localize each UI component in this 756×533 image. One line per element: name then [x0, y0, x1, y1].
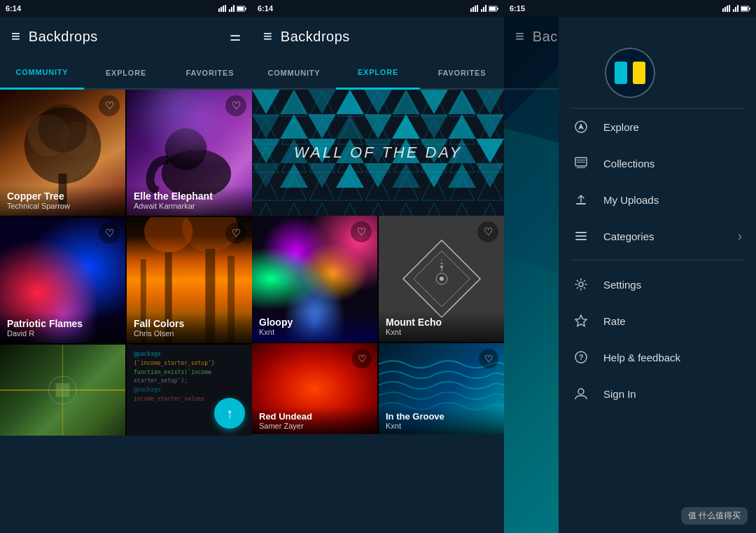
- svg-rect-0: [218, 8, 220, 12]
- svg-point-90: [440, 277, 444, 281]
- wall-item-red-undead[interactable]: Red Undead Samer Zayer ♡: [252, 343, 377, 434]
- wall-of-the-day[interactable]: WALL OF THE DAY: [252, 90, 504, 216]
- svg-rect-112: [575, 232, 587, 233]
- wall-author: Samer Zayer: [259, 422, 370, 430]
- svg-rect-20: [722, 8, 724, 12]
- svg-rect-14: [481, 9, 482, 12]
- svg-rect-2: [223, 6, 224, 12]
- menu-label-explore: Explore: [603, 121, 742, 133]
- wall-author: Kxnt: [259, 328, 370, 336]
- status-bar-middle: 6:14: [252, 0, 504, 17]
- menu-item-explore[interactable]: Explore: [559, 109, 756, 145]
- svg-rect-102: [615, 62, 627, 84]
- aerial-svg: [0, 345, 125, 436]
- svg-text:?: ?: [579, 353, 584, 361]
- tab-favorites-left[interactable]: FAVORITES: [168, 56, 252, 90]
- heart-btn-gloopy[interactable]: ♡: [351, 221, 372, 242]
- mount-echo-symbol: [400, 237, 484, 321]
- wall-item-gloopy[interactable]: Gloopy Kxnt ♡: [252, 216, 377, 342]
- help-icon: ?: [573, 349, 589, 366]
- signin-icon: [573, 385, 589, 402]
- tab-favorites-mid[interactable]: FAVORITES: [420, 56, 504, 90]
- filter-icon-left[interactable]: ⚌: [230, 29, 241, 44]
- wall-title: Fall Colors: [134, 318, 245, 329]
- middle-content: WALL OF THE DAY Gloopy Kxnt ♡: [252, 90, 504, 434]
- hamburger-icon-left[interactable]: ≡: [11, 27, 20, 46]
- svg-rect-108: [577, 160, 585, 160]
- time-right: 6:15: [510, 4, 525, 13]
- menu-item-help[interactable]: ? Help & feedback: [559, 339, 756, 375]
- wall-author: Chris Olsen: [134, 329, 245, 338]
- svg-rect-13: [477, 5, 478, 12]
- menu-avatar-container: [605, 48, 655, 98]
- time-left: 6:14: [6, 4, 21, 13]
- tab-community-left[interactable]: COMMUNITY: [0, 56, 84, 90]
- svg-rect-113: [575, 235, 587, 237]
- tab-community-mid[interactable]: COMMUNITY: [252, 56, 336, 90]
- menu-item-categories[interactable]: Categories ›: [559, 218, 756, 254]
- wall-info-groove: In the Groove Kxnt: [379, 407, 504, 434]
- wall-item-fall[interactable]: Fall Colors Chris Olsen ♡: [127, 217, 252, 343]
- menu-panel: Explore Collections My Uploads: [559, 17, 756, 533]
- wall-item-copper-tree[interactable]: Copper Tree Technical Sparrow ♡: [0, 90, 125, 216]
- svg-rect-23: [729, 5, 730, 12]
- svg-rect-12: [475, 6, 476, 12]
- svg-rect-26: [737, 5, 738, 12]
- svg-point-94: [441, 259, 442, 261]
- heart-btn-mount[interactable]: ♡: [477, 221, 498, 242]
- upload-fab[interactable]: ↑: [214, 398, 245, 429]
- wall-item-code[interactable]: @package {'income_starter_setup'} functi…: [127, 345, 252, 436]
- svg-rect-18: [497, 8, 498, 10]
- svg-rect-28: [749, 8, 750, 10]
- wall-item-mount-echo[interactable]: Mount Echo Kxnt ♡: [379, 216, 504, 342]
- hamburger-icon-middle[interactable]: ≡: [263, 27, 272, 46]
- app-header-left: ≡ Backdrops ⚌: [0, 17, 252, 56]
- wall-author: Kxnt: [386, 328, 497, 336]
- explore-nav-icon: [573, 118, 589, 135]
- wall-item-aerial[interactable]: [0, 345, 125, 436]
- wall-title: In the Groove: [386, 411, 497, 422]
- signal-icon-right: [733, 5, 738, 12]
- menu-item-settings[interactable]: Settings: [559, 266, 756, 303]
- svg-rect-6: [233, 5, 234, 12]
- menu-item-rate[interactable]: Rate: [559, 303, 756, 339]
- svg-rect-29: [741, 7, 748, 11]
- status-bar-right: 6:15: [504, 0, 756, 17]
- heart-btn-patriotic[interactable]: ♡: [99, 223, 120, 244]
- menu-item-collections[interactable]: Collections: [559, 145, 756, 181]
- wall-item-elephant[interactable]: Elle the Elephant Adwait Karmarkar ♡: [127, 90, 252, 216]
- tab-explore-left[interactable]: EXPLORE: [84, 56, 168, 90]
- heart-btn-elephant[interactable]: ♡: [225, 95, 246, 116]
- svg-rect-3: [225, 5, 226, 12]
- signal-icon: [229, 5, 234, 12]
- heart-btn-fall[interactable]: ♡: [225, 223, 246, 244]
- battery-icon-right: [741, 5, 750, 12]
- menu-item-signin[interactable]: Sign In: [559, 375, 756, 412]
- heart-btn-groove[interactable]: ♡: [479, 349, 498, 368]
- svg-rect-21: [724, 7, 726, 12]
- tab-explore-mid[interactable]: EXPLORE: [336, 56, 420, 90]
- heart-btn-red-undead[interactable]: ♡: [352, 349, 372, 368]
- panel-left: ≡ Backdrops ⚌ COMMUNITY EXPLORE FAVORITE…: [0, 17, 252, 533]
- svg-marker-116: [575, 315, 587, 326]
- wall-author: Kxnt: [386, 422, 497, 430]
- app-header-middle: ≡ Backdrops: [252, 17, 504, 56]
- svg-rect-48: [56, 383, 70, 397]
- svg-point-93: [440, 263, 442, 265]
- wall-item-groove[interactable]: In the Groove Kxnt ♡: [379, 343, 504, 434]
- heart-btn-copper[interactable]: ♡: [99, 95, 120, 116]
- wotd-label: WALL OF THE DAY: [294, 144, 462, 162]
- svg-rect-103: [633, 62, 645, 84]
- wall-info-gloopy: Gloopy Kxnt: [252, 311, 377, 342]
- svg-rect-15: [483, 7, 484, 12]
- categories-icon: [573, 228, 589, 244]
- menu-item-uploads[interactable]: My Uploads: [559, 181, 756, 218]
- wall-title: Red Undead: [259, 411, 370, 422]
- wall-item-patriotic[interactable]: Patriotic Flames David R ♡: [0, 217, 125, 343]
- svg-rect-11: [472, 7, 474, 12]
- menu-overlay: Explore Collections My Uploads: [504, 17, 756, 533]
- panel-right: ≡ Backdrops FAVORITES ♡: [504, 17, 756, 533]
- svg-point-119: [578, 389, 584, 394]
- wall-author: Technical Sparrow: [7, 202, 118, 210]
- svg-rect-24: [733, 9, 734, 12]
